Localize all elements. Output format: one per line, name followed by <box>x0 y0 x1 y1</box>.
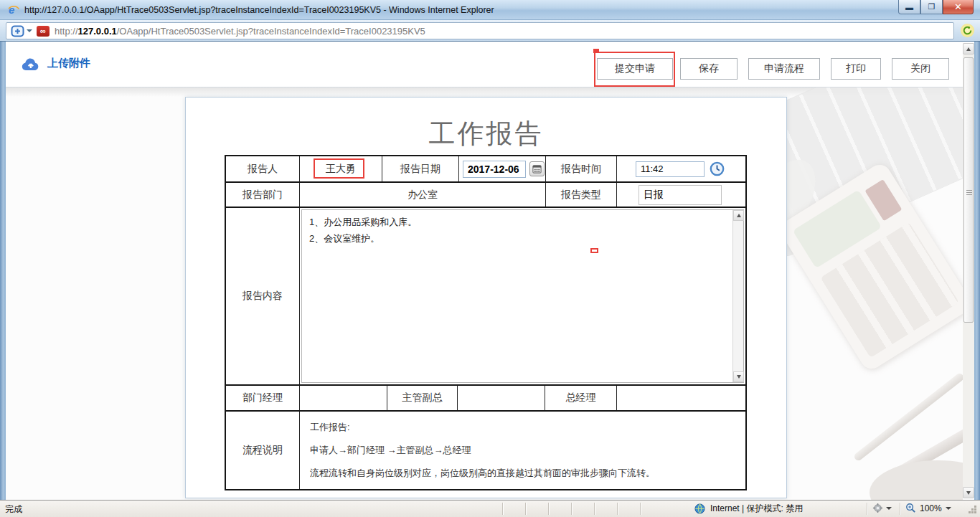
gm-label: 总经理 <box>545 386 617 410</box>
close-window-button[interactable]: ✕ <box>943 0 974 14</box>
clock-icon[interactable] <box>710 161 725 176</box>
zoom-level-text: 100% <box>920 503 942 513</box>
department-label: 报告部门 <box>226 183 300 207</box>
status-separator <box>594 503 595 515</box>
content-label: 报告内容 <box>226 208 300 384</box>
row-content: 报告内容 1、办公用品采购和入库。 2、会议室维护。 <box>226 208 745 386</box>
status-separator <box>640 503 641 515</box>
refresh-icon[interactable] <box>961 24 974 37</box>
dept-manager-value <box>300 386 387 410</box>
window-frame-left <box>0 42 6 500</box>
status-separator <box>571 503 572 515</box>
gm-value <box>617 386 745 410</box>
globe-icon <box>694 503 705 514</box>
status-settings-zone[interactable] <box>872 503 892 513</box>
status-separator <box>867 503 867 515</box>
textarea-scrollbar[interactable] <box>732 210 743 382</box>
caption-buttons: ▬ ❐ ✕ <box>898 0 974 14</box>
row-department: 报告部门 办公室 报告类型 <box>226 183 745 208</box>
minimize-button[interactable]: ▬ <box>898 0 920 14</box>
scroll-down-button[interactable] <box>733 371 744 382</box>
page-toolbar: 上传附件 提交申请 保存 申请流程 打印 关闭 <box>6 42 963 87</box>
vp-label: 主管副总 <box>387 386 458 410</box>
cloud-upload-icon <box>20 56 42 71</box>
window-frame-right <box>974 42 980 500</box>
site-favicon: ∞ <box>37 26 50 37</box>
report-type-input[interactable] <box>639 185 722 205</box>
reporter-value: 王大勇 <box>300 156 382 181</box>
gear-shield-icon <box>872 503 883 513</box>
close-page-button[interactable]: 关闭 <box>892 58 949 80</box>
dept-manager-label: 部门经理 <box>226 386 300 410</box>
status-zoom-zone[interactable]: 100% <box>905 503 951 513</box>
flow-line-1: 工作报告: <box>310 421 735 434</box>
report-time-label: 报告时间 <box>546 156 617 181</box>
address-bar-row: ∞ http://127.0.0.1/OAapp/HtTrace0503Serv… <box>0 20 980 42</box>
reporter-label: 报告人 <box>226 156 300 181</box>
address-dropdown-caret[interactable] <box>27 29 32 32</box>
flow-description: 工作报告: 申请人→部门经理 →主管副总→总经理 流程流转和自身岗位级别对应，岗… <box>300 412 745 489</box>
upload-attachment-label: 上传附件 <box>47 57 90 70</box>
status-network-zone: Internet | 保护模式: 禁用 <box>694 503 803 515</box>
scrollbar-down-button[interactable] <box>963 487 974 498</box>
row-reporter: 报告人 王大勇 报告日期 <box>226 156 745 183</box>
report-date-cell <box>459 156 546 181</box>
report-date-label: 报告日期 <box>382 156 459 181</box>
scrollbar-thumb[interactable] <box>963 57 974 323</box>
report-content-text[interactable]: 1、办公用品采购和入库。 2、会议室维护。 <box>302 210 732 382</box>
report-content-textarea[interactable]: 1、办公用品采购和入库。 2、会议室维护。 <box>301 209 744 383</box>
row-approvers: 部门经理 主管副总 总经理 <box>226 386 745 412</box>
page-scrollbar[interactable] <box>963 43 974 498</box>
magnifier-icon <box>905 503 916 513</box>
desk-photo-decoration <box>781 87 963 500</box>
zoom-caret-icon[interactable] <box>946 507 951 510</box>
maximize-button[interactable]: ❐ <box>920 0 943 14</box>
scrollbar-up-button[interactable] <box>963 43 974 54</box>
svg-text:e: e <box>9 4 14 16</box>
print-button[interactable]: 打印 <box>831 58 881 80</box>
submit-application-button[interactable]: 提交申请 <box>597 58 673 80</box>
status-network-text: Internet | 保护模式: 禁用 <box>710 503 803 515</box>
report-date-input[interactable] <box>463 161 526 178</box>
status-separator <box>900 503 900 515</box>
calendar-icon <box>532 164 542 174</box>
vp-value <box>458 386 545 410</box>
title-bar: e http://127.0.0.1/OAapp/HtTrace0503Serv… <box>0 0 980 20</box>
report-time-input[interactable] <box>636 161 705 177</box>
status-bar: 完成 Internet | 保护模式: 禁用 100% <box>0 500 980 517</box>
application-flow-button[interactable]: 申请流程 <box>748 58 820 80</box>
scroll-up-button[interactable] <box>733 210 744 221</box>
status-done-text: 完成 <box>5 503 22 516</box>
report-title: 工作报告 <box>186 116 786 152</box>
calendar-picker-button[interactable] <box>529 161 545 176</box>
report-type-label: 报告类型 <box>546 183 617 207</box>
browser-viewport: 上传附件 提交申请 保存 申请流程 打印 关闭 工作报告 <box>6 42 974 500</box>
status-separator <box>548 503 549 515</box>
save-button[interactable]: 保存 <box>680 58 738 80</box>
report-type-cell <box>617 183 745 207</box>
add-favorite-icon[interactable] <box>11 25 24 37</box>
ie-logo-icon: e <box>7 4 20 16</box>
resize-grip[interactable] <box>969 511 971 513</box>
report-page: 工作报告 报告人 王大勇 报告日期 <box>185 97 787 498</box>
report-table: 报告人 王大勇 报告日期 <box>225 155 747 490</box>
department-value: 办公室 <box>300 183 546 207</box>
status-separator <box>502 503 503 515</box>
report-time-cell <box>617 156 745 181</box>
status-separator <box>525 503 526 515</box>
address-input[interactable]: ∞ http://127.0.0.1/OAapp/HtTrace0503Serv… <box>6 22 954 39</box>
upload-attachment-link[interactable]: 上传附件 <box>20 56 90 71</box>
status-separator <box>617 503 618 515</box>
url-text: http://127.0.0.1/OAapp/HtTrace0503Servle… <box>55 26 425 37</box>
flow-line-2: 申请人→部门经理 →主管副总→总经理 <box>310 444 735 457</box>
window-title: http://127.0.0.1/OAapp/HtTrace0503Servle… <box>24 5 494 15</box>
dish-decoration <box>870 460 963 500</box>
content-area: 工作报告 报告人 王大勇 报告日期 <box>6 87 963 500</box>
settings-caret-icon[interactable] <box>886 507 892 510</box>
flow-label: 流程说明 <box>226 412 300 489</box>
row-flow-description: 流程说明 工作报告: 申请人→部门经理 →主管副总→总经理 流程流转和自身岗位级… <box>226 412 745 489</box>
flow-line-3: 流程流转和自身岗位级别对应，岗位级别高的直接越过其前面的审批步骤向下流转。 <box>310 467 735 480</box>
